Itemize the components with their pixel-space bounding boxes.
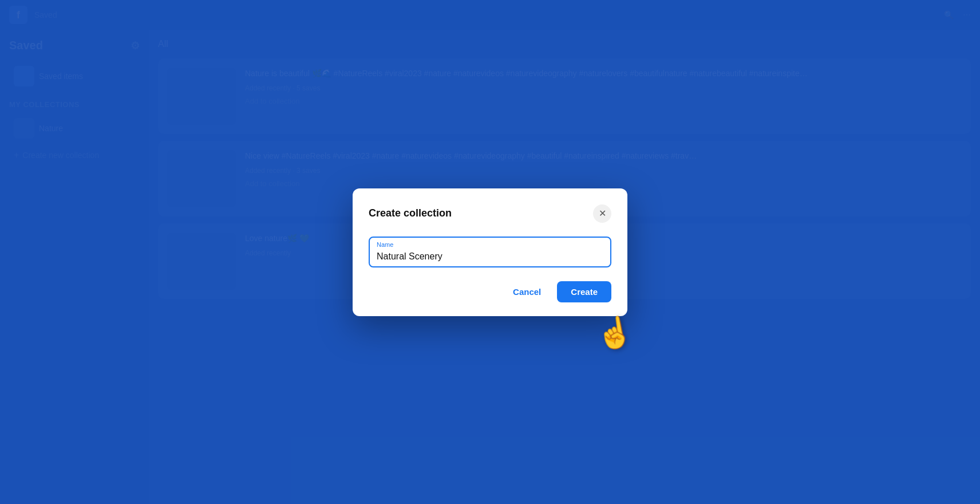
modal-title: Create collection	[369, 207, 452, 219]
modal-backdrop: Create collection ✕ Name Cancel Create ☝	[0, 0, 980, 504]
modal-actions: Cancel Create	[369, 281, 611, 302]
collection-name-input-wrapper: Name	[369, 237, 611, 267]
close-icon: ✕	[599, 208, 606, 219]
create-button[interactable]: Create	[557, 281, 611, 302]
modal-header: Create collection ✕	[369, 204, 611, 223]
cursor-hand: ☝	[593, 312, 636, 353]
cancel-button[interactable]: Cancel	[504, 282, 550, 301]
create-collection-modal: Create collection ✕ Name Cancel Create ☝	[353, 188, 627, 316]
collection-name-label: Name	[377, 241, 393, 248]
collection-name-input[interactable]	[377, 242, 603, 262]
modal-close-button[interactable]: ✕	[593, 204, 611, 223]
